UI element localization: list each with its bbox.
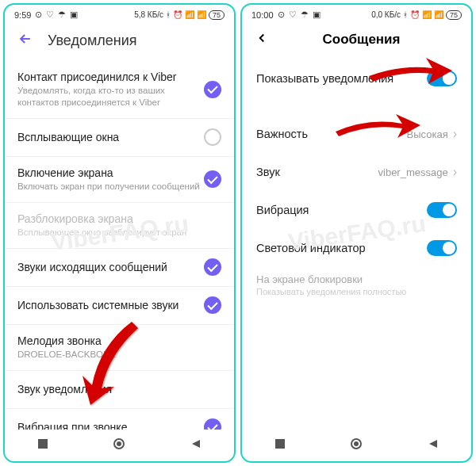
battery-icon: 75 bbox=[446, 10, 462, 20]
alarm-icon: ⏰ bbox=[410, 10, 420, 19]
row-title: Звуки исходящих сообщений bbox=[17, 261, 204, 273]
phone-left: ViberFAQ.ru 9:59 ⊙ ♡ ☂ ▣ 5,8 КБ/с ᚼ ⏰ 📶 … bbox=[3, 3, 236, 463]
checkbox-icon[interactable] bbox=[204, 128, 221, 146]
row-system-sounds[interactable]: Использовать системные звуки bbox=[5, 287, 234, 325]
row-led[interactable]: Световой индикатор bbox=[242, 229, 471, 267]
alarm-icon: ⏰ bbox=[173, 10, 182, 19]
row-unlock: Разблокировка экрана Всплывающее окно ра… bbox=[5, 203, 234, 249]
wifi-icon: 📶 bbox=[434, 10, 443, 19]
row-title: Разблокировка экрана bbox=[17, 212, 221, 225]
svg-rect-0 bbox=[38, 439, 48, 449]
nav-back-icon[interactable] bbox=[190, 438, 202, 453]
row-show-notifications[interactable]: Показывать уведомления bbox=[242, 59, 471, 97]
toggle-switch[interactable] bbox=[427, 202, 457, 218]
row-popup[interactable]: Всплывающие окна bbox=[5, 119, 234, 157]
footer-title: На экране блокировки bbox=[256, 273, 457, 285]
row-subtitle: Всплывающее окно разблокирует экран bbox=[17, 227, 221, 239]
status-time: 9:59 bbox=[14, 10, 31, 20]
settings-list[interactable]: Показывать уведомления Важность Высокая … bbox=[242, 59, 471, 430]
battery-icon: 75 bbox=[209, 10, 225, 20]
row-vibration[interactable]: Вибрация bbox=[242, 191, 471, 229]
row-vibration-call[interactable]: Вибрация при звонке bbox=[5, 409, 234, 430]
chevron-right-icon: › bbox=[453, 165, 457, 179]
statusbar: 9:59 ⊙ ♡ ☂ ▣ 5,8 КБ/с ᚼ ⏰ 📶 📶 75 bbox=[5, 5, 234, 21]
row-importance[interactable]: Важность Высокая › bbox=[242, 115, 471, 153]
status-data: 0,0 КБ/с bbox=[371, 10, 401, 19]
header: Уведомления bbox=[5, 21, 234, 61]
status-icon: ▣ bbox=[70, 10, 78, 20]
row-value: viber_message bbox=[378, 166, 448, 178]
header: Сообщения bbox=[242, 21, 471, 59]
signal-icon: 📶 bbox=[422, 10, 432, 19]
row-contact-joined[interactable]: Контакт присоединился к Viber Уведомлять… bbox=[5, 61, 234, 119]
row-value: Высокая bbox=[407, 128, 448, 140]
status-icon: ♡ bbox=[46, 10, 54, 20]
row-notification-sound[interactable]: Звук уведомления bbox=[5, 371, 234, 409]
nav-home-icon[interactable] bbox=[113, 437, 125, 453]
row-title: Вибрация bbox=[256, 204, 427, 216]
nav-recents-icon[interactable] bbox=[274, 438, 286, 453]
back-icon[interactable] bbox=[17, 31, 33, 50]
toggle-switch[interactable] bbox=[427, 240, 457, 256]
navbar bbox=[242, 430, 471, 461]
settings-list[interactable]: Контакт присоединился к Viber Уведомлять… bbox=[5, 61, 234, 430]
row-ringtone[interactable]: Мелодия звонка DROELOE-BACKBONE bbox=[5, 325, 234, 371]
row-title: Звук bbox=[256, 166, 378, 178]
row-subtitle: Уведомлять, когда кто-то из ваших контак… bbox=[17, 85, 204, 109]
status-icon: ☂ bbox=[301, 10, 309, 20]
row-title: Использовать системные звуки bbox=[17, 299, 204, 311]
toggle-switch[interactable] bbox=[427, 71, 457, 86]
row-title: Контакт присоединился к Viber bbox=[17, 71, 204, 83]
page-title: Сообщения bbox=[283, 32, 440, 48]
row-title: Важность bbox=[256, 128, 407, 140]
row-title: Мелодия звонка bbox=[17, 334, 221, 347]
svg-point-2 bbox=[117, 441, 121, 446]
checkbox-icon[interactable] bbox=[204, 170, 221, 188]
row-title: Всплывающие окна bbox=[17, 131, 204, 143]
row-outgoing-sounds[interactable]: Звуки исходящих сообщений bbox=[5, 249, 234, 287]
statusbar: 10:00 ⊙ ♡ ☂ ▣ 0,0 КБ/с ᚼ ⏰ 📶 📶 75 bbox=[242, 5, 471, 21]
status-icon: ▣ bbox=[313, 10, 321, 20]
checkbox-icon[interactable] bbox=[204, 258, 221, 276]
bluetooth-icon: ᚼ bbox=[403, 10, 408, 19]
row-title: Звук уведомления bbox=[17, 383, 221, 395]
status-data: 5,8 КБ/с bbox=[134, 10, 163, 19]
checkbox-icon[interactable] bbox=[204, 81, 221, 98]
status-icon: ⊙ bbox=[278, 10, 285, 20]
checkbox-icon[interactable] bbox=[204, 296, 221, 314]
signal-icon: 📶 bbox=[185, 10, 194, 19]
status-icon: ☂ bbox=[58, 10, 66, 20]
phone-right: ViberFAQ.ru 10:00 ⊙ ♡ ☂ ▣ 0,0 КБ/с ᚼ ⏰ 📶… bbox=[240, 3, 473, 463]
nav-recents-icon[interactable] bbox=[37, 438, 48, 453]
chevron-right-icon: › bbox=[453, 127, 457, 141]
status-icon: ⊙ bbox=[35, 10, 42, 20]
row-title: Вибрация при звонке bbox=[17, 421, 204, 430]
checkbox-icon[interactable] bbox=[204, 418, 221, 430]
section-footer: На экране блокировки Показывать уведомле… bbox=[242, 267, 471, 307]
back-icon[interactable] bbox=[255, 31, 269, 48]
row-screen-on[interactable]: Включение экрана Включать экран при полу… bbox=[5, 157, 234, 203]
svg-rect-3 bbox=[275, 439, 285, 449]
status-time: 10:00 bbox=[251, 10, 274, 20]
footer-subtitle: Показывать уведомления полностью bbox=[256, 287, 457, 296]
bluetooth-icon: ᚼ bbox=[166, 10, 171, 19]
row-title: Включение экрана bbox=[17, 166, 204, 179]
row-subtitle: Включать экран при получении сообщений bbox=[17, 181, 204, 193]
nav-home-icon[interactable] bbox=[350, 437, 363, 453]
navbar bbox=[5, 430, 234, 461]
wifi-icon: 📶 bbox=[197, 10, 206, 19]
svg-point-5 bbox=[354, 441, 359, 446]
nav-back-icon[interactable] bbox=[428, 438, 439, 453]
status-icon: ♡ bbox=[289, 10, 297, 20]
row-title: Показывать уведомления bbox=[256, 72, 427, 85]
row-title: Световой индикатор bbox=[256, 242, 427, 254]
row-subtitle: DROELOE-BACKBONE bbox=[17, 349, 221, 361]
page-title: Уведомления bbox=[48, 32, 137, 49]
row-sound[interactable]: Звук viber_message › bbox=[242, 153, 471, 191]
